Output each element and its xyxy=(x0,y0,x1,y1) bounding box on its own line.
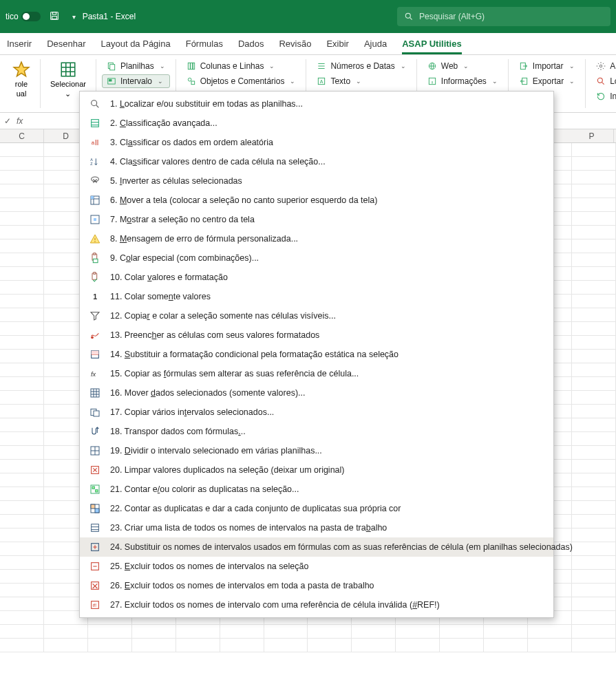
cell[interactable] xyxy=(132,625,176,638)
cell[interactable] xyxy=(484,625,528,638)
cell[interactable] xyxy=(0,336,44,349)
cell[interactable] xyxy=(572,446,616,459)
menu-item-2[interactable]: 2. Classificação avançada... xyxy=(80,114,553,133)
menu-item-9[interactable]: 9. Colar especial (com combinações)... xyxy=(80,248,553,268)
cell[interactable] xyxy=(0,405,44,418)
iniciar-ultima-button[interactable]: Iniciar a últim xyxy=(591,89,616,103)
colunas-linhas-button[interactable]: Colunas e Linhas⌄ xyxy=(182,59,301,73)
cell[interactable] xyxy=(572,308,616,321)
cell[interactable] xyxy=(88,639,132,652)
opcoes-label[interactable]: Opçõe xyxy=(591,103,616,111)
tab-revisao[interactable]: Revisão xyxy=(279,39,311,49)
menu-item-15[interactable]: fx15. Copiar as fórmulas sem alterar as … xyxy=(80,364,553,383)
intervalo-button[interactable]: Intervalo⌄ xyxy=(102,74,170,88)
menu-item-10[interactable]: 10. Colar valores e formatação xyxy=(80,268,553,287)
cell[interactable] xyxy=(0,556,44,569)
menu-item-1[interactable]: 1. Localizar e/ou substituir em todas as… xyxy=(80,94,553,114)
cell[interactable] xyxy=(0,308,44,321)
cell[interactable] xyxy=(572,597,616,610)
col-header[interactable]: C xyxy=(0,129,44,142)
tab-inserir[interactable]: Inserir xyxy=(7,39,32,49)
cell[interactable] xyxy=(308,639,352,652)
menu-item-13[interactable]: 13. Preencher as células com seus valore… xyxy=(80,325,553,345)
save-icon[interactable] xyxy=(49,10,60,23)
menu-item-26[interactable]: 26. Excluir todos os nomes de intervalos… xyxy=(80,576,553,595)
cell[interactable] xyxy=(0,377,44,390)
cell[interactable] xyxy=(352,625,396,638)
cell[interactable] xyxy=(572,143,616,156)
cell[interactable] xyxy=(572,405,616,418)
cell[interactable] xyxy=(0,528,44,542)
cell[interactable] xyxy=(572,556,616,569)
cell[interactable] xyxy=(572,184,616,197)
cell[interactable] xyxy=(0,487,44,500)
cell[interactable] xyxy=(440,625,484,638)
cell[interactable] xyxy=(0,432,44,445)
menu-item-18[interactable]: 18. Transpor dados com fórmulas... xyxy=(80,422,553,441)
cell[interactable] xyxy=(572,515,616,528)
cell[interactable] xyxy=(88,625,132,638)
cell[interactable] xyxy=(0,281,44,294)
cell[interactable] xyxy=(308,625,352,638)
cell[interactable] xyxy=(0,446,44,459)
cell[interactable] xyxy=(572,542,616,555)
cell[interactable] xyxy=(572,625,616,638)
cell[interactable] xyxy=(572,212,616,225)
tab-asap-utilities[interactable]: ASAP Utilities xyxy=(402,39,461,49)
cell[interactable] xyxy=(0,501,44,514)
menu-item-25[interactable]: 25. Excluir todos os nomes de intervalos… xyxy=(80,557,553,576)
menu-item-23[interactable]: 23. Criar uma lista de todos os nomes de… xyxy=(80,518,553,537)
menu-item-21[interactable]: 21. Contar e/ou colorir as duplicatas na… xyxy=(80,480,553,499)
cell[interactable] xyxy=(176,625,220,638)
menu-item-17[interactable]: 17. Copiar vários intervalos selecionado… xyxy=(80,403,553,422)
localizar-button[interactable]: Localizar e s xyxy=(591,74,616,88)
cell[interactable] xyxy=(0,639,44,652)
cell[interactable] xyxy=(0,391,44,404)
cell[interactable] xyxy=(0,143,44,156)
cell[interactable] xyxy=(0,611,44,624)
cell[interactable] xyxy=(0,418,44,431)
cell[interactable] xyxy=(528,639,572,652)
cell[interactable] xyxy=(0,267,44,280)
tab-desenhar[interactable]: Desenhar xyxy=(47,39,85,49)
cell[interactable] xyxy=(0,253,44,266)
menu-item-14[interactable]: 14. Substituir a formatação condicional … xyxy=(80,345,553,364)
cell[interactable] xyxy=(0,473,44,487)
cell[interactable] xyxy=(572,363,616,376)
cell[interactable] xyxy=(0,350,44,363)
menu-item-16[interactable]: 16. Mover dados selecionados (somente va… xyxy=(80,383,553,403)
cell[interactable] xyxy=(572,639,616,652)
tab-layout[interactable]: Layout da Página xyxy=(101,39,171,49)
menu-item-8[interactable]: 8. Mensagem de erro de fórmula personali… xyxy=(80,229,553,248)
cell[interactable] xyxy=(572,350,616,363)
cell[interactable] xyxy=(0,295,44,308)
menu-item-19[interactable]: 19. Dividir o intervalo selecionado em v… xyxy=(80,441,553,460)
cell[interactable] xyxy=(572,501,616,514)
cell[interactable] xyxy=(572,157,616,170)
tab-exibir[interactable]: Exibir xyxy=(326,39,349,49)
cell[interactable] xyxy=(264,625,308,638)
cell[interactable] xyxy=(0,198,44,211)
tab-dados[interactable]: Dados xyxy=(238,39,264,49)
cell[interactable] xyxy=(572,418,616,431)
cell[interactable] xyxy=(0,212,44,225)
tab-ajuda[interactable]: Ajuda xyxy=(364,39,387,49)
importar-button[interactable]: Importar⌄ xyxy=(514,59,580,73)
cell[interactable] xyxy=(0,322,44,335)
cell[interactable] xyxy=(0,584,44,597)
menu-item-5[interactable]: 5. Inverter as células selecionadas xyxy=(80,171,553,191)
cell[interactable] xyxy=(396,625,440,638)
cell[interactable] xyxy=(0,157,44,170)
cell[interactable] xyxy=(572,336,616,349)
cell[interactable] xyxy=(0,226,44,239)
objetos-comentarios-button[interactable]: Objetos e Comentários⌄ xyxy=(182,74,301,88)
cell[interactable] xyxy=(572,611,616,624)
cell[interactable] xyxy=(264,639,308,652)
cell[interactable] xyxy=(572,239,616,253)
cell[interactable] xyxy=(572,377,616,390)
cell[interactable] xyxy=(572,460,616,473)
cell[interactable] xyxy=(352,639,396,652)
cell[interactable] xyxy=(0,542,44,555)
menu-item-6[interactable]: 6. Mover a tela (colocar a seleção no ca… xyxy=(80,191,553,210)
cell[interactable] xyxy=(572,584,616,597)
